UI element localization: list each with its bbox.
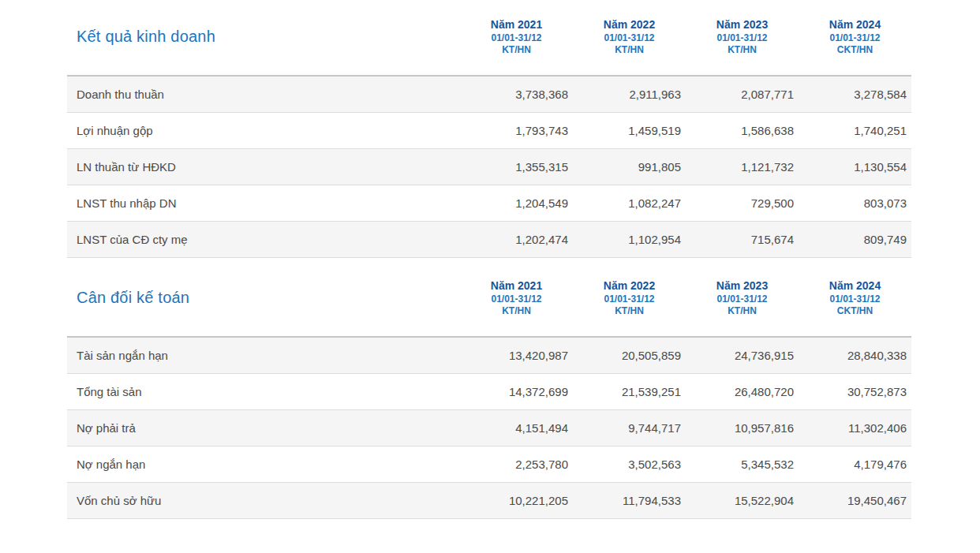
column-period-label: 01/01-31/12 bbox=[799, 33, 911, 43]
row-value: 4,151,494 bbox=[460, 421, 573, 435]
row-value: 991,805 bbox=[573, 160, 686, 174]
year-column-header: Năm 2023 01/01-31/12 KT/HN bbox=[686, 19, 799, 54]
row-value: 715,674 bbox=[686, 233, 799, 246]
row-value: 20,505,859 bbox=[573, 349, 686, 362]
table-header-row: Cân đối kế toán Năm 2021 01/01-31/12 KT/… bbox=[67, 267, 911, 338]
column-basis-label: KT/HN bbox=[686, 45, 799, 54]
table-header-row: Kết quả kinh doanh Năm 2021 01/01-31/12 … bbox=[67, 0, 911, 77]
row-label: LNST của CĐ cty mẹ bbox=[67, 233, 460, 246]
row-value: 1,202,474 bbox=[460, 233, 573, 246]
table-row: Vốn chủ sở hữu 10,221,20511,794,53315,52… bbox=[67, 483, 911, 519]
row-value: 2,911,963 bbox=[573, 88, 686, 101]
row-label: Tài sản ngắn hạn bbox=[67, 349, 460, 362]
column-basis-label: KT/HN bbox=[573, 45, 686, 54]
row-value: 2,253,780 bbox=[460, 458, 573, 471]
row-label: Tổng tài sản bbox=[67, 385, 460, 398]
row-label: Vốn chủ sở hữu bbox=[67, 494, 460, 507]
row-value: 3,278,584 bbox=[799, 88, 911, 101]
column-basis-label: CKT/HN bbox=[799, 45, 911, 54]
year-column-header: Năm 2022 01/01-31/12 KT/HN bbox=[573, 19, 686, 54]
row-value: 1,586,638 bbox=[686, 124, 799, 137]
column-year-label: Năm 2024 bbox=[799, 19, 911, 30]
column-basis-label: CKT/HN bbox=[799, 306, 911, 316]
column-year-label: Năm 2021 bbox=[460, 280, 573, 291]
table-row: LNST của CĐ cty mẹ 1,202,4741,102,954715… bbox=[67, 222, 911, 258]
row-value: 1,204,549 bbox=[460, 196, 573, 210]
row-label: Lợi nhuận gộp bbox=[67, 124, 460, 137]
row-value: 10,957,816 bbox=[686, 421, 799, 435]
row-value: 2,087,771 bbox=[686, 88, 799, 101]
column-period-label: 01/01-31/12 bbox=[573, 33, 686, 43]
column-period-label: 01/01-31/12 bbox=[799, 294, 911, 304]
row-value: 3,738,368 bbox=[460, 88, 573, 101]
column-year-label: Năm 2021 bbox=[460, 19, 573, 30]
row-value: 1,740,251 bbox=[799, 124, 911, 137]
year-column-header: Năm 2021 01/01-31/12 KT/HN bbox=[460, 19, 573, 54]
row-label: LNST thu nhập DN bbox=[67, 196, 460, 210]
year-column-header: Năm 2023 01/01-31/12 KT/HN bbox=[686, 280, 799, 316]
row-value: 803,073 bbox=[799, 196, 911, 210]
row-value: 24,736,915 bbox=[686, 349, 799, 362]
row-value: 1,082,247 bbox=[573, 196, 686, 210]
row-label: Doanh thu thuần bbox=[67, 88, 460, 101]
column-basis-label: KT/HN bbox=[460, 45, 573, 54]
row-value: 21,539,251 bbox=[573, 385, 686, 398]
row-value: 729,500 bbox=[686, 196, 799, 210]
row-value: 5,345,532 bbox=[686, 458, 799, 471]
table-row: Tài sản ngắn hạn 13,420,98720,505,85924,… bbox=[67, 338, 911, 374]
table-row: LN thuần từ HĐKD 1,355,315991,8051,121,7… bbox=[67, 149, 911, 185]
column-basis-label: KT/HN bbox=[686, 306, 799, 316]
row-value: 28,840,338 bbox=[799, 349, 911, 362]
year-column-header: Năm 2021 01/01-31/12 KT/HN bbox=[460, 280, 573, 316]
column-period-label: 01/01-31/12 bbox=[573, 294, 686, 304]
row-value: 1,121,732 bbox=[686, 160, 799, 174]
table-row: Tổng tài sản 14,372,69921,539,25126,480,… bbox=[67, 374, 911, 410]
column-period-label: 01/01-31/12 bbox=[460, 294, 573, 304]
row-value: 3,502,563 bbox=[573, 458, 686, 471]
column-period-label: 01/01-31/12 bbox=[686, 33, 799, 43]
financial-statements-page: Kết quả kinh doanh Năm 2021 01/01-31/12 … bbox=[0, 0, 980, 553]
row-value: 30,752,873 bbox=[799, 385, 911, 398]
row-label: LN thuần từ HĐKD bbox=[67, 160, 460, 174]
row-value: 11,794,533 bbox=[573, 494, 686, 507]
section-rows: Tài sản ngắn hạn 13,420,98720,505,85924,… bbox=[67, 338, 911, 519]
row-value: 11,302,406 bbox=[799, 421, 911, 435]
row-value: 14,372,699 bbox=[460, 385, 573, 398]
table-row: Nợ phải trả 4,151,4949,744,71710,957,816… bbox=[67, 410, 911, 447]
column-year-label: Năm 2022 bbox=[573, 19, 686, 30]
row-value: 1,102,954 bbox=[573, 233, 686, 246]
section-title: Kết quả kinh doanh bbox=[67, 28, 460, 46]
row-value: 4,179,476 bbox=[799, 458, 911, 471]
section-title: Cân đối kế toán bbox=[67, 289, 460, 307]
year-column-header: Năm 2024 01/01-31/12 CKT/HN bbox=[799, 19, 911, 54]
row-value: 10,221,205 bbox=[460, 494, 573, 507]
row-value: 15,522,904 bbox=[686, 494, 799, 507]
row-value: 9,744,717 bbox=[573, 421, 686, 435]
row-label: Nợ ngắn hạn bbox=[67, 458, 460, 471]
column-year-label: Năm 2023 bbox=[686, 19, 799, 30]
table-row: Doanh thu thuần 3,738,3682,911,9632,087,… bbox=[67, 77, 911, 113]
column-year-label: Năm 2023 bbox=[686, 280, 799, 291]
column-period-label: 01/01-31/12 bbox=[686, 294, 799, 304]
row-value: 26,480,720 bbox=[686, 385, 799, 398]
row-value: 1,459,519 bbox=[573, 124, 686, 137]
financial-table-section: Cân đối kế toán Năm 2021 01/01-31/12 KT/… bbox=[67, 267, 911, 519]
table-row: Nợ ngắn hạn 2,253,7803,502,5635,345,5324… bbox=[67, 447, 911, 483]
column-year-label: Năm 2024 bbox=[799, 280, 911, 291]
section-rows: Doanh thu thuần 3,738,3682,911,9632,087,… bbox=[67, 77, 911, 258]
row-label: Nợ phải trả bbox=[67, 421, 460, 435]
row-value: 1,130,554 bbox=[799, 160, 911, 174]
row-value: 809,749 bbox=[799, 233, 911, 246]
row-value: 1,355,315 bbox=[460, 160, 573, 174]
financial-table-section: Kết quả kinh doanh Năm 2021 01/01-31/12 … bbox=[67, 0, 911, 258]
table-row: LNST thu nhập DN 1,204,5491,082,247729,5… bbox=[67, 185, 911, 222]
year-column-header: Năm 2024 01/01-31/12 CKT/HN bbox=[799, 280, 911, 316]
row-value: 1,793,743 bbox=[460, 124, 573, 137]
year-column-header: Năm 2022 01/01-31/12 KT/HN bbox=[573, 280, 686, 316]
row-value: 19,450,467 bbox=[799, 494, 911, 507]
column-period-label: 01/01-31/12 bbox=[460, 33, 573, 43]
column-basis-label: KT/HN bbox=[460, 306, 573, 316]
column-basis-label: KT/HN bbox=[573, 306, 686, 316]
table-row: Lợi nhuận gộp 1,793,7431,459,5191,586,63… bbox=[67, 113, 911, 149]
column-year-label: Năm 2022 bbox=[573, 280, 686, 291]
